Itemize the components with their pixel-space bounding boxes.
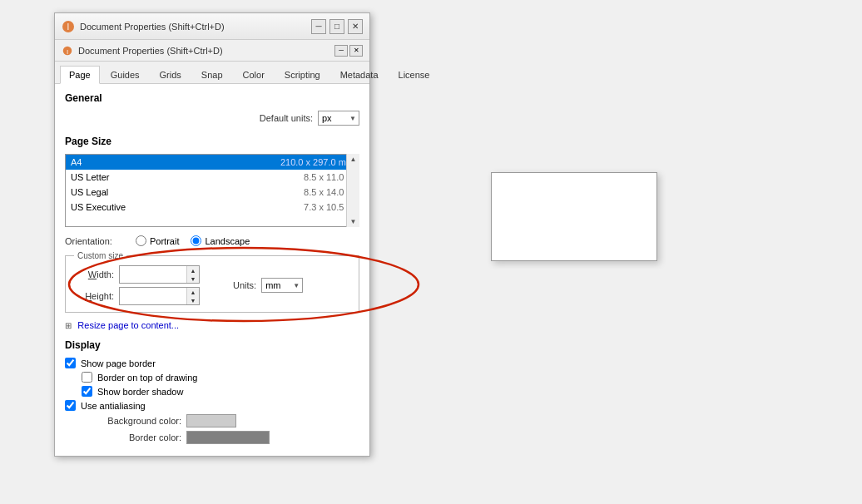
width-field-row: Width: 150.00000 ▲ ▼ xyxy=(74,265,200,284)
page-size-list[interactable]: A4 210.0 x 297.0 mm US Letter 8.5 x 11.0… xyxy=(65,154,359,227)
scroll-up-icon[interactable]: ▲ xyxy=(347,154,359,165)
secondary-title-bar: I Document Properties (Shift+Ctrl+D) ─ ✕ xyxy=(55,40,369,62)
page-size-section: Page Size A4 210.0 x 297.0 mm US Letter … xyxy=(65,136,359,227)
page-size-row-us-letter[interactable]: US Letter 8.5 x 11.0 in xyxy=(66,170,359,185)
height-field-row: Height: 80.00000 ▲ ▼ xyxy=(74,287,200,305)
height-spinbox: 80.00000 ▲ ▼ xyxy=(119,287,200,305)
custom-size-legend: Custom size xyxy=(74,251,126,260)
landscape-label: Landscape xyxy=(205,236,250,246)
height-input[interactable]: 80.00000 xyxy=(120,288,186,304)
secondary-minimize-button[interactable]: ─ xyxy=(334,45,348,57)
tab-license[interactable]: License xyxy=(389,66,439,84)
orientation-label: Orientation: xyxy=(65,236,127,246)
page-size-row-a4[interactable]: A4 210.0 x 297.0 mm xyxy=(66,155,359,170)
custom-size-wrapper: Custom size Width: 150.00000 ▲ xyxy=(65,251,359,313)
border-color-row: Border color: xyxy=(65,431,359,444)
preview-page xyxy=(491,172,657,261)
content-area: General Default units: px mm cm in pt Pa… xyxy=(55,84,369,456)
landscape-radio[interactable] xyxy=(191,235,201,246)
tab-grids[interactable]: Grids xyxy=(151,66,191,84)
show-border-shadow-checkbox[interactable] xyxy=(82,386,92,397)
width-label: Width: xyxy=(74,269,114,279)
resize-icon: ⊞ xyxy=(65,321,72,330)
tab-metadata[interactable]: Metadata xyxy=(331,66,388,84)
border-on-top-row: Border on top of drawing xyxy=(65,372,359,383)
svg-text:I: I xyxy=(67,22,70,32)
background-color-swatch[interactable] xyxy=(186,414,236,427)
secondary-icon: I xyxy=(62,45,73,57)
units-field-label: Units: xyxy=(233,280,256,290)
show-border-shadow-row: Show border shadow xyxy=(65,386,359,397)
units-select-wrapper: mm cm in px pt xyxy=(261,278,303,293)
background-color-row: Background color: xyxy=(65,414,359,427)
width-spin-up[interactable]: ▲ xyxy=(187,266,199,274)
restore-button[interactable]: □ xyxy=(329,19,344,34)
general-section-title: General xyxy=(65,92,359,104)
width-input[interactable]: 150.00000 xyxy=(120,266,186,283)
default-units-row: Default units: px mm cm in pt xyxy=(65,111,359,126)
use-antialiasing-checkbox[interactable] xyxy=(65,400,76,411)
secondary-close-button[interactable]: ✕ xyxy=(349,45,363,57)
custom-size-left: Width: 150.00000 ▲ ▼ xyxy=(74,265,200,305)
default-units-select[interactable]: px mm cm in pt xyxy=(318,111,359,126)
app-icon: I xyxy=(62,20,75,33)
page-size-name-us-letter: US Letter xyxy=(71,172,109,182)
landscape-option[interactable]: Landscape xyxy=(191,235,250,246)
tab-guides[interactable]: Guides xyxy=(102,66,149,84)
border-on-top-label: Border on top of drawing xyxy=(97,373,197,383)
background-color-label: Background color: xyxy=(82,416,181,426)
width-spinbox: 150.00000 ▲ ▼ xyxy=(119,265,200,284)
portrait-radio[interactable] xyxy=(136,235,146,246)
height-label: Height: xyxy=(74,291,114,301)
page-size-row-us-legal[interactable]: US Legal 8.5 x 14.0 in xyxy=(66,185,359,200)
tab-snap[interactable]: Snap xyxy=(192,66,232,84)
units-select[interactable]: mm cm in px pt xyxy=(261,278,303,293)
secondary-controls: ─ ✕ xyxy=(334,45,363,57)
show-page-border-label: Show page border xyxy=(81,358,156,368)
tab-color[interactable]: Color xyxy=(234,66,274,84)
page-size-list-inner: A4 210.0 x 297.0 mm US Letter 8.5 x 11.0… xyxy=(66,155,359,215)
height-spinbox-btns: ▲ ▼ xyxy=(186,288,199,304)
page-size-name-us-executive: US Executive xyxy=(71,202,126,212)
minimize-button[interactable]: ─ xyxy=(311,19,326,34)
width-spin-down[interactable]: ▼ xyxy=(187,274,199,283)
height-spin-up[interactable]: ▲ xyxy=(187,288,199,296)
width-spinbox-btns: ▲ ▼ xyxy=(186,266,199,283)
title-bar: I Document Properties (Shift+Ctrl+D) ─ □… xyxy=(55,13,369,40)
display-section: Display Show page border Border on top o… xyxy=(65,339,359,444)
tab-page[interactable]: Page xyxy=(60,66,100,84)
border-color-swatch[interactable] xyxy=(186,431,270,444)
show-page-border-checkbox[interactable] xyxy=(65,358,76,368)
preview-area xyxy=(408,100,741,333)
svg-text:I: I xyxy=(67,47,68,55)
orientation-row: Orientation: Portrait Landscape xyxy=(65,235,359,246)
units-field-row: Units: mm cm in px pt xyxy=(233,278,303,293)
page-size-row-us-executive[interactable]: US Executive 7.3 x 10.5 in xyxy=(66,200,359,215)
page-size-dims-a4: 210.0 x 297.0 mm xyxy=(280,157,354,167)
orientation-radio-group: Portrait Landscape xyxy=(136,235,250,246)
title-bar-controls: ─ □ ✕ xyxy=(311,19,363,34)
title-bar-text: Document Properties (Shift+Ctrl+D) xyxy=(80,22,225,32)
resize-link[interactable]: Resize page to content... xyxy=(77,320,179,330)
tab-scripting[interactable]: Scripting xyxy=(275,66,329,84)
page-size-title: Page Size xyxy=(65,136,359,147)
default-units-select-wrapper: px mm cm in pt xyxy=(318,111,359,126)
use-antialiasing-row: Use antialiasing xyxy=(65,400,359,411)
page-size-name-a4: A4 xyxy=(71,157,82,167)
custom-size-fields: Width: 150.00000 ▲ ▼ xyxy=(74,265,350,305)
scroll-down-icon[interactable]: ▼ xyxy=(347,216,359,227)
portrait-option[interactable]: Portrait xyxy=(136,235,179,246)
list-scrollbar[interactable]: ▲ ▼ xyxy=(346,154,359,227)
secondary-title-text: Document Properties (Shift+Ctrl+D) xyxy=(78,46,223,56)
close-button[interactable]: ✕ xyxy=(348,19,363,34)
portrait-label: Portrait xyxy=(150,236,179,246)
border-on-top-checkbox[interactable] xyxy=(82,372,92,383)
default-units-label: Default units: xyxy=(260,113,313,123)
height-spin-down[interactable]: ▼ xyxy=(187,296,199,304)
show-page-border-row: Show page border xyxy=(65,358,359,368)
page-size-name-us-legal: US Legal xyxy=(71,187,108,197)
dialog-window: I Document Properties (Shift+Ctrl+D) ─ □… xyxy=(54,12,370,457)
show-border-shadow-label: Show border shadow xyxy=(97,387,183,397)
title-bar-left: I Document Properties (Shift+Ctrl+D) xyxy=(62,20,225,33)
custom-size-fieldset: Custom size Width: 150.00000 ▲ xyxy=(65,251,359,313)
